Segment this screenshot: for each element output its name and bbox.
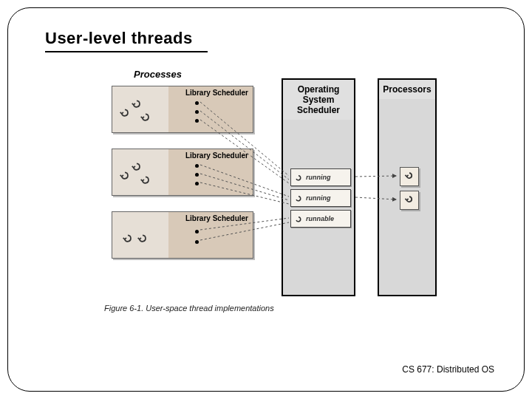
state-label: running xyxy=(306,194,331,202)
scheduler-slot-icon xyxy=(195,119,199,123)
thread-icon xyxy=(132,100,142,110)
processor-0 xyxy=(400,167,419,186)
thread-icon xyxy=(294,173,303,182)
processor-1 xyxy=(400,191,419,210)
title-underline xyxy=(45,51,208,52)
os-header-line1: Operating xyxy=(298,84,340,95)
state-label: runnable xyxy=(306,215,334,222)
thread-icon xyxy=(137,234,148,245)
scheduler-slot-icon xyxy=(195,110,199,114)
process-box-2: Library Scheduler xyxy=(112,211,253,259)
processors-column: Processors xyxy=(378,78,437,296)
os-header-line2: System xyxy=(303,95,335,105)
os-header-line3: Scheduler xyxy=(297,105,340,115)
thread-icon xyxy=(123,234,133,245)
os-state-runnable: runnable xyxy=(290,210,351,228)
slide-footer: CS 677: Distributed OS xyxy=(402,364,494,375)
processors-header: Processors xyxy=(379,80,435,99)
scheduler-slot-icon xyxy=(195,182,199,185)
os-scheduler-column: Operating System Scheduler running runni… xyxy=(282,78,355,296)
library-scheduler-label-1: Library Scheduler xyxy=(185,151,248,160)
thread-icon xyxy=(140,113,151,123)
os-state-running-0: running xyxy=(290,168,351,186)
library-scheduler-label-2: Library Scheduler xyxy=(185,214,248,222)
figure: Processes Library Scheduler Library Sche… xyxy=(104,82,459,318)
library-scheduler-label-0: Library Scheduler xyxy=(185,89,248,97)
scheduler-slot-icon xyxy=(195,101,199,105)
scheduler-slot-icon xyxy=(195,164,199,168)
os-scheduler-header: Operating System Scheduler xyxy=(283,80,354,120)
processes-header: Processes xyxy=(134,69,182,80)
slide-title: User-level threads xyxy=(45,29,193,48)
process-box-1: Library Scheduler xyxy=(112,149,253,196)
figure-caption: Figure 6-1. User-space thread implementa… xyxy=(104,304,274,313)
thread-icon xyxy=(294,214,303,223)
slide-frame: User-level threads Processes Library Sch… xyxy=(7,7,525,392)
process-box-0: Library Scheduler xyxy=(112,86,253,133)
thread-icon xyxy=(120,109,130,119)
processes-column: Processes Library Scheduler Library Sche… xyxy=(104,82,259,296)
scheduler-slot-icon xyxy=(195,240,199,244)
os-state-running-1: running xyxy=(290,189,351,207)
state-label: running xyxy=(306,174,331,181)
scheduler-slot-icon xyxy=(195,173,199,177)
thread-icon xyxy=(120,171,130,182)
scheduler-slot-icon xyxy=(195,230,199,233)
thread-icon xyxy=(294,194,303,202)
thread-icon xyxy=(132,163,142,173)
thread-icon xyxy=(140,176,151,186)
